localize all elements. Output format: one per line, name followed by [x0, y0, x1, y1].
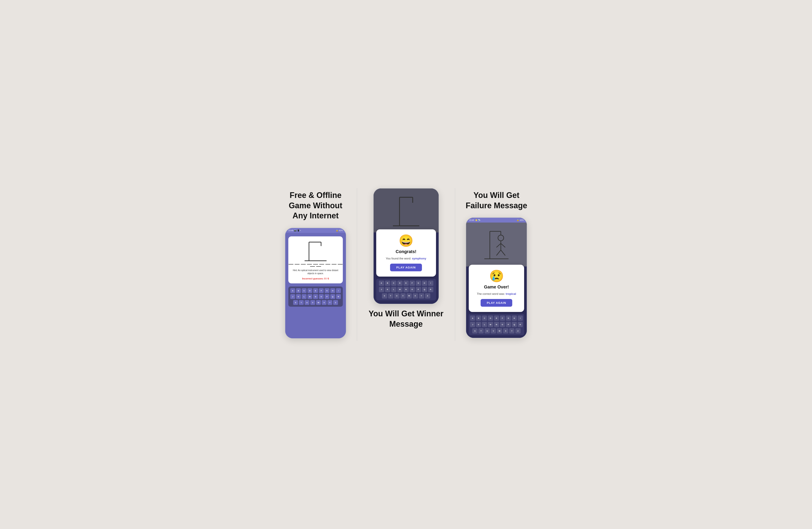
c-key-V[interactable]: V: [401, 293, 406, 298]
key-N[interactable]: N: [313, 294, 318, 299]
r-key-R[interactable]: R: [518, 322, 523, 327]
r-key-L[interactable]: L: [482, 322, 487, 327]
key-R[interactable]: R: [336, 294, 341, 299]
r-key-V[interactable]: V: [491, 328, 496, 334]
status-right: 🔒 62%: [336, 229, 343, 232]
r-key-X[interactable]: X: [503, 328, 508, 334]
c-key-A[interactable]: A: [379, 281, 384, 286]
r-key-P[interactable]: P: [506, 322, 511, 327]
r-key-D[interactable]: D: [488, 315, 493, 321]
r-key-Q[interactable]: Q: [512, 322, 517, 327]
r-key-E[interactable]: E: [494, 315, 499, 321]
r-key-A[interactable]: A: [470, 315, 475, 321]
right-hangman-area: [466, 222, 527, 266]
center-panel: 😄 Congrats! You found the word: symphony…: [357, 183, 455, 334]
right-key-row-2: J K L M N O P Q R: [470, 322, 523, 327]
icons: 📷 📱 •: [294, 229, 301, 232]
r-key-C[interactable]: C: [482, 315, 487, 321]
key-D[interactable]: D: [307, 288, 312, 293]
c-key-F[interactable]: F: [410, 281, 415, 286]
r-key-F[interactable]: F: [500, 315, 505, 321]
key-P[interactable]: P: [324, 294, 330, 299]
key-V[interactable]: V: [310, 300, 315, 305]
key-X[interactable]: X: [322, 300, 327, 305]
r-key-W[interactable]: W: [497, 328, 502, 334]
r-key-N[interactable]: N: [494, 322, 499, 327]
key-C[interactable]: C: [302, 288, 307, 293]
c-key-N[interactable]: N: [404, 287, 409, 292]
key-H[interactable]: H: [330, 288, 335, 293]
key-I[interactable]: I: [336, 288, 341, 293]
c-key-R[interactable]: R: [428, 287, 433, 292]
c-key-H[interactable]: H: [422, 281, 427, 286]
key-B[interactable]: B: [296, 288, 301, 293]
c-key-M[interactable]: M: [397, 287, 403, 292]
r-key-J[interactable]: J: [470, 322, 475, 327]
key-O[interactable]: O: [319, 294, 324, 299]
r-key-O[interactable]: O: [500, 322, 505, 327]
r-key-T[interactable]: T: [478, 328, 484, 334]
c-key-K[interactable]: K: [385, 287, 390, 292]
c-key-I[interactable]: I: [428, 281, 433, 286]
left-phone-body: Hint: An optical instrument used to view…: [285, 233, 346, 338]
dash: [310, 266, 315, 267]
c-key-C[interactable]: C: [391, 281, 396, 286]
r-key-Z[interactable]: Z: [515, 328, 521, 334]
key-E[interactable]: E: [313, 288, 318, 293]
right-phone-body: 😢 Game Over! The correct word was: tropi…: [466, 222, 527, 338]
c-key-Y[interactable]: Y: [419, 293, 424, 298]
lose-word: tropical: [506, 292, 516, 295]
r-key-I[interactable]: I: [518, 315, 523, 321]
key-W[interactable]: W: [316, 300, 321, 305]
key-row-2: J K L M N O P Q R: [290, 294, 342, 299]
dash: [319, 264, 324, 265]
c-key-T[interactable]: T: [388, 293, 393, 298]
key-Q[interactable]: Q: [330, 294, 335, 299]
r-key-G[interactable]: G: [506, 315, 511, 321]
word-dashes-left: [292, 264, 339, 267]
play-again-button-center[interactable]: PLAY AGAIN: [390, 264, 422, 271]
key-S[interactable]: S: [293, 300, 298, 305]
c-key-P[interactable]: P: [416, 287, 421, 292]
c-key-G[interactable]: G: [416, 281, 421, 286]
right-panel: You Will Get Failure Message 23:45 ⭐ 📡 🔒…: [455, 183, 538, 345]
left-panel: Free & Offline Game Without Any Internet…: [274, 183, 357, 346]
r-key-U[interactable]: U: [484, 328, 490, 334]
c-key-E[interactable]: E: [404, 281, 409, 286]
r-key-S[interactable]: S: [472, 328, 478, 334]
c-key-S[interactable]: S: [382, 293, 387, 298]
r-key-M[interactable]: M: [488, 322, 493, 327]
key-T[interactable]: T: [299, 300, 304, 305]
play-again-button-right[interactable]: PLAY AGAIN: [481, 299, 512, 307]
c-key-O[interactable]: O: [410, 287, 415, 292]
c-key-X[interactable]: X: [413, 293, 418, 298]
key-G[interactable]: G: [324, 288, 330, 293]
r-key-K[interactable]: K: [476, 322, 481, 327]
right-status-bar: 23:45 ⭐ 📡 🔒 63%: [466, 218, 527, 222]
r-key-H[interactable]: H: [512, 315, 517, 321]
svg-line-15: [501, 244, 505, 247]
dash: [338, 264, 343, 265]
right-keyboard: A B C D E F G H I J K: [469, 314, 524, 335]
c-key-Z[interactable]: Z: [425, 293, 430, 298]
key-M[interactable]: M: [307, 294, 312, 299]
key-L[interactable]: L: [302, 294, 307, 299]
key-F[interactable]: F: [319, 288, 324, 293]
c-key-Q[interactable]: Q: [422, 287, 427, 292]
right-status-left: 23:45 ⭐ 📡: [469, 219, 480, 221]
win-title: Congrats!: [395, 249, 416, 254]
c-key-B[interactable]: B: [385, 281, 390, 286]
key-Y[interactable]: Y: [328, 300, 332, 305]
key-Z[interactable]: Z: [333, 300, 338, 305]
r-key-Y[interactable]: Y: [509, 328, 514, 334]
r-key-B[interactable]: B: [476, 315, 481, 321]
c-key-W[interactable]: W: [407, 293, 412, 298]
c-key-D[interactable]: D: [397, 281, 403, 286]
key-K[interactable]: K: [296, 294, 301, 299]
c-key-J[interactable]: J: [379, 287, 384, 292]
key-U[interactable]: U: [305, 300, 309, 305]
key-J[interactable]: J: [290, 294, 295, 299]
c-key-L[interactable]: L: [391, 287, 396, 292]
c-key-U[interactable]: U: [394, 293, 400, 298]
key-A[interactable]: A: [290, 288, 295, 293]
